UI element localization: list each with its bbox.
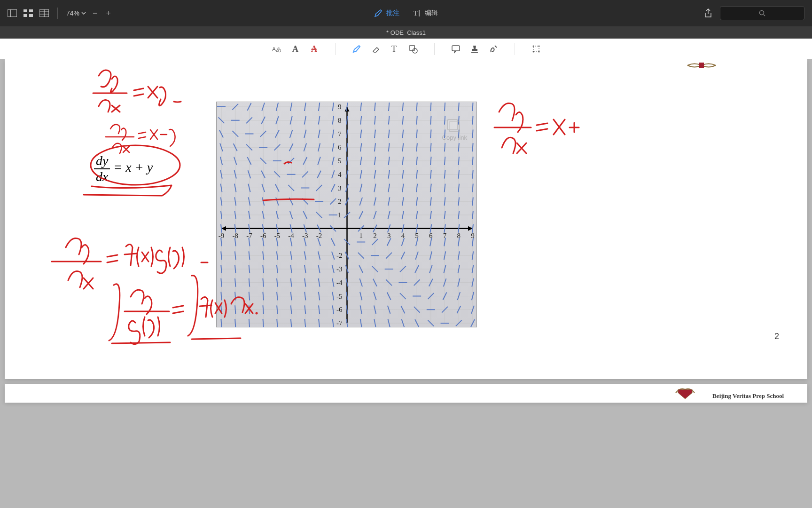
annotate-mode-button[interactable]: 批注 <box>374 9 399 17</box>
school-name-label: Beijing Veritas Prep School <box>712 392 784 400</box>
svg-rect-2 <box>23 9 27 12</box>
svg-line-360 <box>430 197 431 206</box>
text-tool-button[interactable]: T <box>386 41 402 57</box>
svg-line-347 <box>416 143 417 151</box>
equation-equals: = <box>113 160 125 175</box>
zoom-level[interactable]: 74% <box>66 9 86 17</box>
svg-line-136 <box>249 251 250 260</box>
svg-line-249 <box>333 103 334 111</box>
zoom-out-button[interactable]: − <box>91 8 100 18</box>
svg-line-234 <box>333 305 334 314</box>
svg-text:4: 4 <box>338 171 342 178</box>
svg-line-218 <box>319 292 320 301</box>
svg-text:2: 2 <box>373 232 377 239</box>
svg-line-297 <box>375 130 375 138</box>
document-viewport[interactable]: dy dx = x + y -9-8-7-6-5-4-3-21234567891… <box>0 59 812 508</box>
svg-line-410 <box>472 211 473 219</box>
tool-separator <box>335 43 336 55</box>
annotate-label: 批注 <box>386 9 399 17</box>
svg-line-366 <box>430 116 431 125</box>
svg-line-116 <box>235 292 235 301</box>
svg-line-315 <box>389 116 390 125</box>
svg-line-418 <box>473 103 473 111</box>
svg-line-429 <box>107 261 117 262</box>
svg-line-183 <box>291 305 292 314</box>
svg-line-101 <box>221 265 221 273</box>
zoom-in-button[interactable]: + <box>104 8 113 18</box>
svg-line-135 <box>249 265 250 273</box>
columns-view-icon[interactable] <box>39 9 49 17</box>
share-icon[interactable] <box>704 8 712 18</box>
svg-line-299 <box>375 103 375 111</box>
edit-label: 编辑 <box>425 9 438 17</box>
annotation-toolbar: Aあ A A T <box>0 39 812 59</box>
svg-line-114 <box>235 319 235 327</box>
svg-text:8: 8 <box>338 117 342 124</box>
svg-line-396 <box>459 170 459 179</box>
document-title-bar: * ODE_Class1 <box>0 26 812 39</box>
search-icon <box>759 10 765 16</box>
signature-tool-button[interactable] <box>485 41 501 57</box>
svg-line-421 <box>134 94 143 96</box>
svg-line-376 <box>444 211 445 219</box>
svg-line-350 <box>416 103 417 111</box>
svg-text:-7: -7 <box>336 319 343 327</box>
grid-view-icon[interactable] <box>23 9 33 17</box>
svg-line-428 <box>107 255 117 257</box>
top-toolbar: 74% − + 批注 T 编辑 <box>0 0 812 26</box>
school-crest-icon <box>673 385 697 401</box>
document-page: dy dx = x + y -9-8-7-6-5-4-3-21234567891… <box>5 59 807 379</box>
svg-line-106 <box>221 197 222 206</box>
svg-line-168 <box>277 278 278 287</box>
shape-tool-button[interactable] <box>405 41 421 57</box>
printed-equation: dy dx = x + y <box>94 153 153 184</box>
svg-line-398 <box>459 143 459 151</box>
svg-line-414 <box>472 157 473 165</box>
svg-line-348 <box>416 130 417 138</box>
svg-text:-6: -6 <box>260 232 266 239</box>
svg-line-199 <box>304 319 305 327</box>
svg-text:9: 9 <box>338 103 342 111</box>
sidebar-view-icon[interactable] <box>8 9 17 17</box>
svg-line-367 <box>430 103 431 111</box>
svg-line-333 <box>403 103 403 111</box>
svg-line-423 <box>139 132 146 134</box>
svg-line-165 <box>277 319 277 327</box>
search-input[interactable] <box>720 6 804 20</box>
svg-rect-20 <box>452 46 460 51</box>
svg-line-412 <box>472 184 473 192</box>
page-number: 2 <box>774 332 779 341</box>
stamp-tool-button[interactable] <box>467 41 483 57</box>
svg-line-411 <box>472 197 473 206</box>
pencil-icon <box>374 9 383 17</box>
svg-line-153 <box>263 251 264 260</box>
svg-line-217 <box>319 305 320 314</box>
svg-text:6: 6 <box>338 143 342 151</box>
document-title: * ODE_Class1 <box>386 29 426 36</box>
svg-line-313 <box>389 143 390 151</box>
svg-text:-3: -3 <box>336 265 343 273</box>
svg-line-122 <box>234 211 236 219</box>
pen-tool-button[interactable] <box>349 41 365 57</box>
svg-line-202 <box>304 278 306 287</box>
svg-text:5: 5 <box>338 157 342 165</box>
svg-line-316 <box>389 103 389 111</box>
text-style-button[interactable]: Aあ <box>268 41 284 57</box>
comment-tool-button[interactable] <box>448 41 464 57</box>
svg-line-431 <box>173 306 183 308</box>
svg-text:Aあ: Aあ <box>272 46 281 53</box>
eraser-tool-button[interactable] <box>367 41 383 57</box>
edit-mode-button[interactable]: T 编辑 <box>413 9 438 17</box>
svg-line-361 <box>430 184 431 192</box>
selection-tool-button[interactable] <box>528 41 544 57</box>
svg-line-415 <box>472 143 473 151</box>
slope-field-svg: -9-8-7-6-5-4-3-2123456789123456789-2-3-4… <box>217 102 477 328</box>
svg-line-134 <box>249 278 250 287</box>
svg-line-384 <box>445 103 445 111</box>
svg-line-311 <box>388 170 390 179</box>
svg-text:-2: -2 <box>336 252 343 259</box>
svg-text:1: 1 <box>338 211 342 219</box>
svg-text:-4: -4 <box>288 232 294 239</box>
font-color-button[interactable]: A <box>287 41 303 57</box>
strikethrough-button[interactable]: A <box>306 41 322 57</box>
